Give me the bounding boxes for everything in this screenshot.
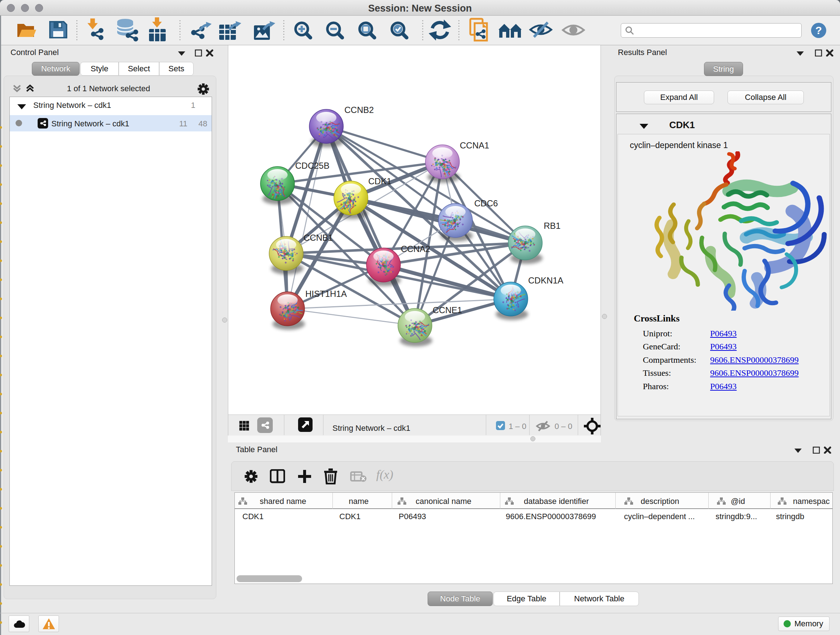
svg-text:CCNA1: CCNA1 [460,141,489,150]
svg-text:CDC6: CDC6 [474,198,498,208]
svg-text:CCNE1: CCNE1 [433,305,462,315]
svg-text:CCNA2: CCNA2 [401,244,430,254]
svg-text:RB1: RB1 [544,221,561,231]
svg-text:CDK1: CDK1 [368,176,392,186]
svg-text:CDC25B: CDC25B [295,161,330,171]
svg-text:CCNB2: CCNB2 [344,105,374,115]
svg-text:HIST1H1A: HIST1H1A [305,289,347,299]
svg-text:CCNB1: CCNB1 [303,233,333,242]
svg-text:CDKN1A: CDKN1A [528,276,563,285]
